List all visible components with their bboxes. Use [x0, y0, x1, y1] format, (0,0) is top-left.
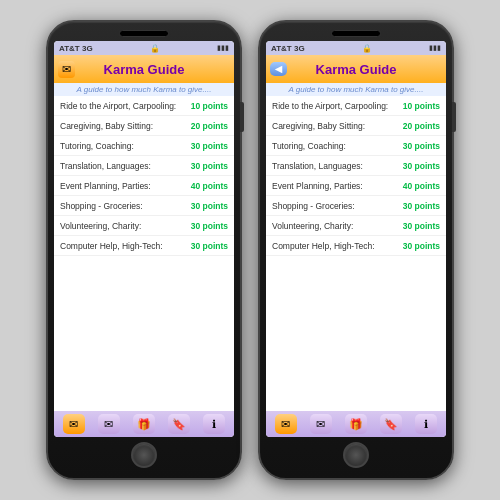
lock-icon: 🔒: [150, 44, 160, 53]
phone-speaker: [119, 30, 169, 37]
item-label: Ride to the Airport, Carpooling:: [60, 101, 191, 111]
karma-item: Caregiving, Baby Sitting:20 points: [54, 116, 234, 136]
phone-screen: AT&T 3G 🔒 ▮▮▮ ✉Karma GuideA guide to how…: [54, 41, 234, 437]
karma-item: Volunteering, Charity:30 points: [54, 216, 234, 236]
karma-item: Volunteering, Charity:30 points: [266, 216, 446, 236]
item-points: 20 points: [191, 121, 228, 131]
karma-item: Ride to the Airport, Carpooling:10 point…: [54, 96, 234, 116]
item-label: Event Planning, Parties:: [272, 181, 403, 191]
carrier-label: AT&T 3G: [59, 44, 93, 53]
karma-item: Ride to the Airport, Carpooling:10 point…: [266, 96, 446, 116]
karma-item: Tutoring, Coaching:30 points: [266, 136, 446, 156]
tab-bar: ✉✉🎁🔖ℹ: [54, 411, 234, 437]
item-points: 30 points: [403, 161, 440, 171]
item-label: Shopping - Groceries:: [272, 201, 403, 211]
app-title: Karma Guide: [104, 62, 185, 77]
item-points: 10 points: [191, 101, 228, 111]
tab-item-2[interactable]: 🎁: [133, 414, 155, 434]
item-label: Computer Help, High-Tech:: [272, 241, 403, 251]
phone-1: AT&T 3G 🔒 ▮▮▮ ✉Karma GuideA guide to how…: [46, 20, 242, 480]
item-label: Volunteering, Charity:: [60, 221, 191, 231]
item-label: Ride to the Airport, Carpooling:: [272, 101, 403, 111]
item-points: 30 points: [403, 241, 440, 251]
item-points: 40 points: [191, 181, 228, 191]
karma-item: Tutoring, Coaching:30 points: [54, 136, 234, 156]
home-button[interactable]: [131, 442, 157, 468]
phone-speaker: [331, 30, 381, 37]
tab-item-4[interactable]: ℹ: [203, 414, 225, 434]
tab-item-0[interactable]: ✉: [63, 414, 85, 434]
karma-item: Translation, Languages:30 points: [266, 156, 446, 176]
tab-item-1[interactable]: ✉: [98, 414, 120, 434]
battery-indicator: ▮▮▮: [429, 44, 441, 52]
item-label: Shopping - Groceries:: [60, 201, 191, 211]
item-label: Tutoring, Coaching:: [272, 141, 403, 151]
item-points: 30 points: [191, 241, 228, 251]
item-points: 30 points: [191, 201, 228, 211]
phones-container: AT&T 3G 🔒 ▮▮▮ ✉Karma GuideA guide to how…: [36, 10, 464, 490]
tab-item-1[interactable]: ✉: [310, 414, 332, 434]
tab-item-2[interactable]: 🎁: [345, 414, 367, 434]
app-title: Karma Guide: [316, 62, 397, 77]
phone-screen: AT&T 3G 🔒 ▮▮▮ ◀Karma GuideA guide to how…: [266, 41, 446, 437]
karma-item: Computer Help, High-Tech:30 points: [266, 236, 446, 256]
karma-item: Computer Help, High-Tech:30 points: [54, 236, 234, 256]
item-points: 30 points: [403, 221, 440, 231]
karma-item: Event Planning, Parties:40 points: [266, 176, 446, 196]
item-points: 30 points: [191, 141, 228, 151]
karma-item: Shopping - Groceries:30 points: [266, 196, 446, 216]
lock-icon: 🔒: [362, 44, 372, 53]
tab-item-0[interactable]: ✉: [275, 414, 297, 434]
item-label: Computer Help, High-Tech:: [60, 241, 191, 251]
item-label: Event Planning, Parties:: [60, 181, 191, 191]
item-label: Caregiving, Baby Sitting:: [272, 121, 403, 131]
item-label: Translation, Languages:: [60, 161, 191, 171]
item-label: Caregiving, Baby Sitting:: [60, 121, 191, 131]
item-points: 30 points: [191, 221, 228, 231]
item-points: 30 points: [403, 141, 440, 151]
status-bar: AT&T 3G 🔒 ▮▮▮: [266, 41, 446, 55]
envelope-icon: ✉: [58, 61, 75, 78]
side-button: [452, 102, 456, 132]
back-button[interactable]: ◀: [270, 62, 287, 76]
item-points: 30 points: [403, 201, 440, 211]
phone-2: AT&T 3G 🔒 ▮▮▮ ◀Karma GuideA guide to how…: [258, 20, 454, 480]
karma-item: Caregiving, Baby Sitting:20 points: [266, 116, 446, 136]
tab-bar: ✉✉🎁🔖ℹ: [266, 411, 446, 437]
karma-list: Ride to the Airport, Carpooling:10 point…: [54, 96, 234, 411]
item-points: 10 points: [403, 101, 440, 111]
item-label: Tutoring, Coaching:: [60, 141, 191, 151]
app-subtitle: A guide to how much Karma to give....: [54, 83, 234, 96]
karma-item: Event Planning, Parties:40 points: [54, 176, 234, 196]
home-button[interactable]: [343, 442, 369, 468]
karma-item: Translation, Languages:30 points: [54, 156, 234, 176]
side-button: [240, 102, 244, 132]
status-bar: AT&T 3G 🔒 ▮▮▮: [54, 41, 234, 55]
carrier-label: AT&T 3G: [271, 44, 305, 53]
item-points: 30 points: [191, 161, 228, 171]
app-subtitle: A guide to how much Karma to give....: [266, 83, 446, 96]
item-points: 40 points: [403, 181, 440, 191]
tab-item-3[interactable]: 🔖: [380, 414, 402, 434]
item-label: Volunteering, Charity:: [272, 221, 403, 231]
karma-list: Ride to the Airport, Carpooling:10 point…: [266, 96, 446, 411]
app-header: ◀Karma Guide: [266, 55, 446, 83]
item-label: Translation, Languages:: [272, 161, 403, 171]
battery-indicator: ▮▮▮: [217, 44, 229, 52]
karma-item: Shopping - Groceries:30 points: [54, 196, 234, 216]
item-points: 20 points: [403, 121, 440, 131]
app-header: ✉Karma Guide: [54, 55, 234, 83]
tab-item-4[interactable]: ℹ: [415, 414, 437, 434]
tab-item-3[interactable]: 🔖: [168, 414, 190, 434]
